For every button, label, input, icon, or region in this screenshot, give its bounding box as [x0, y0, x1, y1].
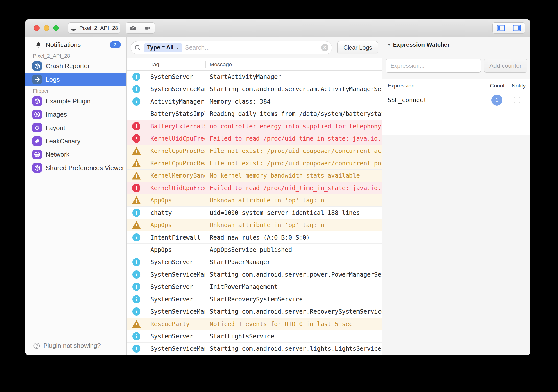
sidebar-item-images[interactable]: Images — [25, 108, 126, 121]
log-tag: SystemServer — [146, 73, 205, 80]
bird-icon — [32, 136, 42, 146]
log-message: Unknown attribute in 'op' tag: n — [205, 222, 382, 229]
type-filter-chip[interactable]: Type = All ⌄ — [144, 43, 182, 52]
log-level-cell: i — [127, 345, 146, 353]
sidebar-item-label: Logs — [46, 76, 60, 83]
log-level-cell: ! — [127, 147, 146, 155]
log-message: Noticed 1 events for UID 0 in last 5 sec — [205, 321, 382, 327]
log-row[interactable]: !KernelCpuProcReaderFile not exist: /pro… — [127, 145, 382, 157]
log-row[interactable]: !BatteryExternalStatsWorkerno controller… — [127, 120, 382, 132]
minimize-button[interactable] — [44, 25, 49, 31]
close-button[interactable] — [34, 25, 40, 31]
log-row[interactable]: !RescuePartyNoticed 1 events for UID 0 i… — [127, 318, 382, 330]
zoom-button[interactable] — [53, 25, 59, 31]
sidebar-item-crash-reporter[interactable]: Crash Reporter — [25, 59, 126, 73]
log-row[interactable]: iIntentFirewallRead new rules (A:0 B:0 S… — [127, 231, 382, 244]
sidebar-item-logs[interactable]: Logs — [25, 73, 126, 86]
sidebar-item-shared-preferences-viewer[interactable]: Shared Preferences Viewer — [25, 161, 126, 174]
expression-watcher-header[interactable]: ▾ Expression Watcher — [382, 37, 530, 52]
type-filter-label: Type = All — [147, 44, 174, 51]
expression-input-row: Add counter — [382, 52, 530, 79]
toggle-right-sidebar-button[interactable] — [509, 22, 525, 34]
device-selector-button[interactable]: Pixel_2_API_28 — [68, 22, 120, 34]
log-message: StartActivityManager — [205, 73, 382, 80]
camera-icon — [130, 25, 137, 32]
log-message: StartPowerManager — [205, 259, 382, 266]
clear-logs-button[interactable]: Clear Logs — [337, 41, 378, 54]
question-circle-icon — [33, 342, 40, 349]
info-icon: i — [132, 73, 140, 81]
log-row[interactable]: !KernelMemoryBandwidthStatsNo kernel mem… — [127, 170, 382, 182]
log-message: Starting com.android.server.am.ActivityM… — [205, 86, 382, 93]
screen-record-button[interactable] — [140, 22, 155, 34]
log-tag: chatty — [146, 209, 205, 216]
log-row[interactable]: ichattyuid=1000 system_server identical … — [127, 207, 382, 219]
toggle-left-sidebar-button[interactable] — [492, 22, 509, 34]
info-icon: i — [132, 345, 140, 353]
video-camera-icon — [144, 25, 151, 32]
log-row[interactable]: iSystemServerStartActivityManager — [127, 71, 382, 83]
sidebar-item-layout[interactable]: Layout — [25, 121, 126, 134]
plugin-not-showing-link[interactable]: Plugin not showing? — [33, 342, 101, 349]
log-level-cell: i — [127, 283, 146, 291]
log-tag: KernelMemoryBandwidthStats — [146, 172, 205, 179]
log-row[interactable]: BatteryStatsImplReading daily items from… — [127, 108, 382, 120]
sidebar-item-network[interactable]: Network — [25, 148, 126, 161]
notify-checkbox[interactable] — [514, 97, 520, 103]
cube-icon — [32, 163, 42, 173]
log-row[interactable]: iSystemServerStartLightsService — [127, 330, 382, 343]
info-icon: i — [132, 332, 140, 340]
watcher-notify-cell — [508, 97, 530, 104]
warning-icon: ! — [132, 159, 141, 167]
watcher-empty-area — [382, 108, 530, 135]
log-level-cell: ! — [127, 184, 146, 192]
column-header-message: Message — [205, 61, 382, 68]
log-level-cell: i — [127, 85, 146, 93]
expression-input[interactable] — [386, 59, 481, 73]
sidebar-item-label: LeakCanary — [46, 137, 80, 145]
log-row[interactable]: !KernelUidCpuFreqTimeReaderFailed to rea… — [127, 182, 382, 194]
error-icon: ! — [132, 122, 140, 130]
log-row[interactable]: iActivityManagerMemory class: 384 — [127, 95, 382, 108]
log-row[interactable]: !KernelCpuProcReaderFile not exist: /pro… — [127, 157, 382, 170]
log-tag: AppOps — [146, 222, 205, 229]
log-tag: KernelCpuProcReader — [146, 148, 205, 154]
expression-watcher-title: Expression Watcher — [393, 41, 450, 48]
clear-search-icon[interactable]: ✕ — [321, 44, 328, 51]
log-row[interactable]: iSystemServiceManagerStarting com.androi… — [127, 343, 382, 355]
warning-icon: ! — [132, 172, 141, 180]
log-tag: BatteryExternalStatsWorker — [146, 123, 205, 130]
log-message: Reading daily items from /data/system/ba… — [205, 110, 382, 117]
info-icon: i — [132, 97, 140, 106]
log-row[interactable]: iSystemServiceManagerStarting com.androi… — [127, 305, 382, 318]
sidebar-item-example-plugin[interactable]: Example Plugin — [25, 94, 126, 108]
log-search-bar[interactable]: Type = All ⌄ ✕ — [131, 41, 332, 54]
notifications-label: Notifications — [46, 41, 81, 49]
log-row[interactable]: iSystemServerStartPowerManager — [127, 256, 382, 268]
log-row[interactable]: iSystemServerInitPowerManagement — [127, 281, 382, 293]
log-row[interactable]: iSystemServiceManagerStarting com.androi… — [127, 268, 382, 281]
warning-icon: ! — [132, 196, 141, 204]
log-row[interactable]: iSystemServerStartRecoverySystemService — [127, 293, 382, 305]
add-counter-button[interactable]: Add counter — [484, 59, 527, 73]
sidebar-item-notifications[interactable]: Notifications 2 — [25, 37, 126, 52]
log-level-cell: i — [127, 307, 146, 316]
desktop-background: Pixel_2_API_28 — [0, 0, 558, 392]
log-row[interactable]: !AppOpsUnknown attribute in 'op' tag: n — [127, 219, 382, 231]
log-row[interactable]: iSystemServiceManagerStarting com.androi… — [127, 83, 382, 95]
watcher-row[interactable]: SSL_connect1 — [382, 92, 530, 108]
log-row[interactable]: !AppOpsUnknown attribute in 'op' tag: n — [127, 194, 382, 207]
info-icon: i — [132, 270, 140, 279]
log-tag: IntentFirewall — [146, 234, 205, 241]
cube-icon — [32, 96, 42, 106]
log-message: File not exist: /proc/uid_cpupower/concu… — [205, 148, 382, 154]
sidebar-item-leakcanary[interactable]: LeakCanary — [25, 134, 126, 148]
titlebar: Pixel_2_API_28 — [25, 19, 530, 37]
screenshot-button[interactable] — [126, 22, 140, 34]
log-row[interactable]: AppOpsAppOpsService published — [127, 244, 382, 256]
log-message: Starting com.android.server.RecoverySyst… — [205, 308, 382, 315]
log-tag: KernelUidCpuFreqTimeReader — [146, 185, 205, 192]
log-level-cell: ! — [127, 172, 146, 180]
log-row[interactable]: !KernelUidCpuFreqTimeReaderFailed to rea… — [127, 132, 382, 145]
search-input[interactable] — [185, 44, 318, 51]
